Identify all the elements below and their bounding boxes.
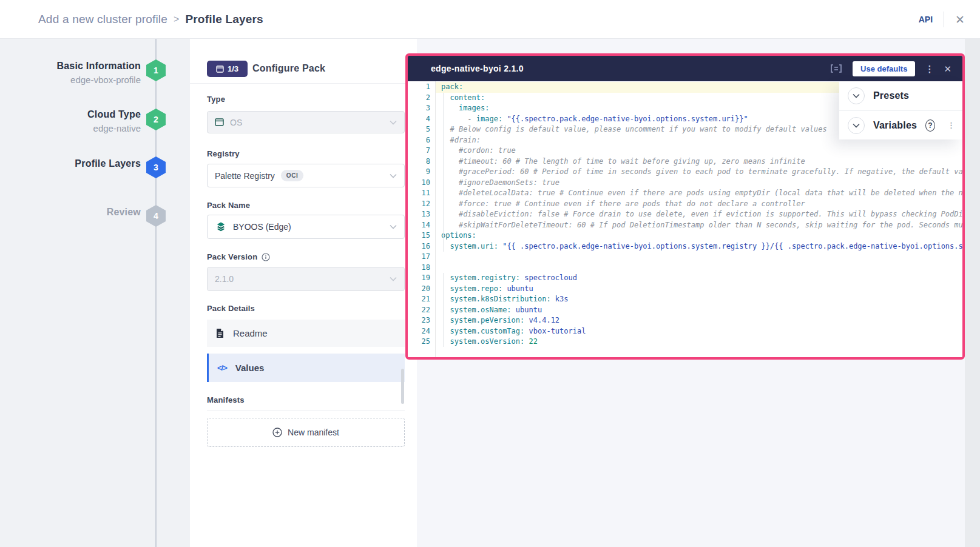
chevron-down-icon (390, 173, 397, 178)
header-actions: API ✕ (919, 0, 965, 39)
pack-name-value: BYOOS (Edge) (233, 222, 291, 232)
type-select[interactable]: OS (207, 111, 405, 133)
readme-label: Readme (233, 328, 268, 338)
pack-step-count: 1/3 (228, 64, 238, 73)
indent-guide (443, 93, 444, 252)
pack-version-label-row: Pack Version (207, 252, 270, 261)
pack-version-label: Pack Version (207, 252, 257, 261)
divider (207, 411, 405, 411)
pack-step-badge: 1/3 (207, 61, 248, 77)
step-title: Profile Layers (0, 158, 141, 169)
header-divider (944, 12, 944, 27)
type-value: OS (230, 118, 242, 127)
sidebar-item-basic-information[interactable]: Basic Information edge-vbox-profile (0, 61, 141, 85)
use-defaults-button[interactable]: Use defaults (853, 61, 915, 76)
variables-kebab-icon[interactable]: ⋮ (947, 121, 955, 129)
page-header: Add a new cluster profile > Profile Laye… (0, 0, 980, 39)
chevron-down-icon (390, 224, 397, 229)
presets-label: Presets (873, 90, 909, 101)
close-icon[interactable]: ✕ (955, 14, 965, 25)
indent-guide (443, 273, 444, 347)
scrollbar-thumb[interactable] (401, 369, 404, 404)
step-subtitle: edge-vbox-profile (0, 75, 141, 85)
chevron-down-circle-icon[interactable] (848, 87, 865, 104)
editor-close-icon[interactable]: ✕ (944, 64, 951, 73)
kebab-menu-icon[interactable]: ⋮ (925, 64, 934, 73)
help-icon[interactable]: ? (925, 119, 935, 132)
window-icon (216, 65, 224, 73)
presets-variables-panel: Presets Variables ? ⋮ (839, 81, 962, 139)
chevron-down-icon (390, 120, 397, 125)
step-number: 4 (154, 211, 158, 221)
editor-header-actions: Use defaults ⋮ ✕ (830, 61, 951, 76)
step-subtitle: edge-native (0, 123, 141, 133)
breadcrumb-separator: > (174, 14, 179, 25)
breadcrumb: Add a new cluster profile > Profile Laye… (38, 0, 263, 39)
app: Add a new cluster profile > Profile Laye… (0, 0, 980, 547)
pack-version-value: 2.1.0 (215, 274, 234, 284)
sidebar-item-review[interactable]: Review (0, 207, 141, 218)
step-title: Cloud Type (0, 109, 141, 120)
configure-pack-panel: 1/3 Configure Pack Type OS Registry Pale… (190, 39, 417, 547)
step-title: Review (0, 207, 141, 218)
code-gutter: 1234567891011121314151617181920212223242… (408, 81, 436, 357)
new-manifest-button[interactable]: New manifest (207, 418, 405, 447)
configure-pack-title: Configure Pack (252, 63, 325, 74)
pack-name-label: Pack Name (207, 201, 250, 210)
sidebar-item-cloud-type[interactable]: Cloud Type edge-native (0, 109, 141, 133)
oci-badge: OCI (281, 170, 304, 181)
editor-header: edge-native-byoi 2.1.0 Use defaults ⋮ ✕ (408, 56, 962, 81)
step-title: Basic Information (0, 61, 141, 72)
new-manifest-label: New manifest (288, 428, 339, 437)
os-icon (215, 118, 224, 126)
breadcrumb-parent[interactable]: Add a new cluster profile (38, 13, 167, 26)
layers-icon (215, 221, 227, 233)
expand-icon[interactable] (830, 64, 843, 73)
editor-title: edge-native-byoi 2.1.0 (431, 64, 524, 73)
document-icon (215, 328, 225, 338)
variables-label: Variables (873, 120, 917, 131)
registry-select[interactable]: Palette Registry OCI (207, 164, 405, 187)
right-margin-strip (965, 39, 980, 547)
step-number: 2 (154, 115, 158, 124)
chevron-down-icon (390, 277, 397, 281)
registry-value: Palette Registry (215, 171, 275, 181)
info-icon[interactable] (262, 253, 270, 261)
type-label: Type (207, 95, 225, 104)
presets-row[interactable]: Presets (839, 81, 962, 110)
pack-name-select[interactable]: BYOOS (Edge) (207, 215, 405, 239)
values-label: Values (235, 363, 265, 373)
pack-details-label: Pack Details (207, 304, 255, 313)
chevron-down-circle-icon[interactable] (848, 117, 865, 134)
page-title: Profile Layers (185, 13, 263, 26)
variables-row[interactable]: Variables ? ⋮ (839, 110, 962, 139)
step-number: 3 (154, 163, 158, 172)
plus-circle-icon (272, 428, 282, 437)
tab-readme[interactable]: Readme (207, 320, 405, 347)
sidebar-item-profile-layers[interactable]: Profile Layers (0, 158, 141, 169)
tab-values[interactable]: </> Values (207, 354, 405, 382)
divider (190, 83, 417, 84)
manifests-label: Manifests (207, 395, 245, 404)
code-icon: </> (217, 363, 227, 372)
registry-label: Registry (207, 149, 240, 158)
step-number: 1 (154, 65, 158, 75)
pack-version-select[interactable]: 2.1.0 (207, 267, 405, 291)
api-button[interactable]: API (919, 15, 933, 24)
